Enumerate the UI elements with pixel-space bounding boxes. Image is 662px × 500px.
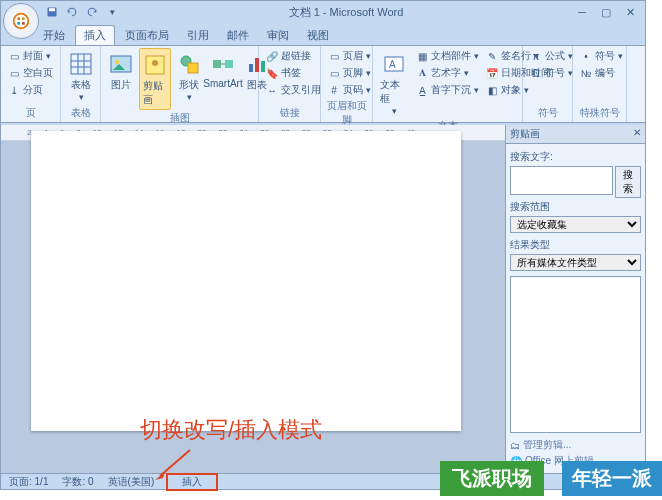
clipart-pane: 剪贴画 ✕ 搜索文字: 搜索 搜索范围 选定收藏集 结果类型 所有媒体文件类型 … (505, 125, 645, 473)
status-language[interactable]: 英语(美国) (104, 475, 159, 489)
tab-insert[interactable]: 插入 (75, 25, 115, 45)
status-page[interactable]: 页面: 1/1 (5, 475, 52, 489)
tab-references[interactable]: 引用 (179, 26, 217, 45)
window-title: 文档 1 - Microsoft Word (121, 5, 571, 20)
status-words[interactable]: 字数: 0 (58, 475, 97, 489)
pane-close-icon[interactable]: ✕ (633, 127, 641, 141)
footer-button[interactable]: ▭页脚▾ (325, 65, 373, 81)
shapes-button[interactable]: 形状▾ (173, 48, 205, 104)
undo-icon[interactable] (63, 3, 81, 21)
svg-rect-19 (213, 60, 221, 68)
wordart-icon: 𝐀 (415, 66, 429, 80)
header-icon: ▭ (327, 49, 341, 63)
object-icon: ◧ (485, 83, 499, 97)
textbox-icon: A (380, 50, 408, 78)
group-headerfooter: ▭页眉▾ ▭页脚▾ #页码▾ 页眉和页脚 (321, 46, 373, 122)
group-pages: ▭封面▾ ▭空白页 ⤓分页 页 (1, 46, 61, 122)
pagenum-icon: # (327, 83, 341, 97)
quick-access-toolbar: ▾ (43, 3, 121, 21)
smartart-button[interactable]: SmartArt (207, 48, 239, 91)
svg-point-1 (15, 15, 28, 28)
ribbon-tabs: 开始 插入 页面布局 引用 邮件 审阅 视图 (1, 23, 645, 45)
svg-text:A: A (389, 59, 396, 70)
dropcap-icon: A̲ (415, 83, 429, 97)
redo-icon[interactable] (83, 3, 101, 21)
svg-rect-8 (71, 54, 91, 74)
statusbar: 页面: 1/1 字数: 0 英语(美国) 插入 (1, 473, 645, 489)
crossref-button[interactable]: ↔交叉引用 (263, 82, 323, 98)
svg-rect-7 (49, 8, 55, 11)
tab-review[interactable]: 审阅 (259, 26, 297, 45)
workspace: 246810121416182022242628303234363840 剪贴画… (1, 125, 645, 473)
equation-button[interactable]: π公式▾ (527, 48, 575, 64)
parts-icon: ▦ (415, 49, 429, 63)
wordart-button[interactable]: 𝐀艺术字▾ (413, 65, 481, 81)
symbol-button[interactable]: Ω符号▾ (527, 65, 575, 81)
bookmark-button[interactable]: 🔖书签 (263, 65, 323, 81)
group-label-special: 特殊符号 (577, 105, 622, 120)
svg-rect-3 (22, 17, 25, 20)
quickparts-button[interactable]: ▦文档部件▾ (413, 48, 481, 64)
group-label-hf: 页眉和页脚 (325, 98, 368, 127)
clipart-icon (141, 51, 169, 79)
bookmark-icon: 🔖 (265, 66, 279, 80)
search-button[interactable]: 搜索 (615, 166, 641, 198)
svg-rect-21 (249, 64, 253, 72)
save-icon[interactable] (43, 3, 61, 21)
search-input[interactable] (510, 166, 613, 195)
page-break-button[interactable]: ⤓分页 (5, 82, 55, 98)
office-button[interactable] (3, 3, 39, 39)
group-tables: 表格▾ 表格 (61, 46, 101, 122)
dropcap-button[interactable]: A̲首字下沉▾ (413, 82, 481, 98)
svg-point-14 (115, 60, 119, 64)
group-label-links: 链接 (263, 105, 316, 120)
special-symbol-button[interactable]: •符号▾ (577, 48, 625, 64)
search-label: 搜索文字: (510, 150, 641, 164)
tab-view[interactable]: 视图 (299, 26, 337, 45)
tab-home[interactable]: 开始 (35, 26, 73, 45)
close-button[interactable]: ✕ (619, 4, 641, 20)
blank-page-button[interactable]: ▭空白页 (5, 65, 55, 81)
crossref-icon: ↔ (265, 83, 279, 97)
type-label: 结果类型 (510, 238, 641, 252)
textbox-button[interactable]: A文本框▾ (377, 48, 411, 118)
pagenum-button[interactable]: #页码▾ (325, 82, 373, 98)
group-label-tables: 表格 (65, 105, 96, 120)
number-icon: № (579, 66, 593, 80)
blank-icon: ▭ (7, 66, 21, 80)
pane-title: 剪贴画 (510, 127, 540, 141)
cover-page-button[interactable]: ▭封面▾ (5, 48, 55, 64)
tab-mailings[interactable]: 邮件 (219, 26, 257, 45)
maximize-button[interactable]: ▢ (595, 4, 617, 20)
tab-pagelayout[interactable]: 页面布局 (117, 26, 177, 45)
sig-icon: ✎ (485, 49, 499, 63)
scope-select[interactable]: 选定收藏集 (510, 216, 641, 233)
group-links: 🔗超链接 🔖书签 ↔交叉引用 链接 (259, 46, 321, 122)
minimize-button[interactable]: ─ (571, 4, 593, 20)
picture-icon (107, 50, 135, 78)
group-label-pages: 页 (5, 105, 56, 120)
picture-button[interactable]: 图片 (105, 48, 137, 94)
group-label-symbols: 符号 (527, 105, 568, 120)
link-icon: 🔗 (265, 49, 279, 63)
group-illustrations: 图片 剪贴画 形状▾ SmartArt 图表 插图 (101, 46, 259, 122)
type-select[interactable]: 所有媒体文件类型 (510, 254, 641, 271)
results-box (510, 276, 641, 433)
header-button[interactable]: ▭页眉▾ (325, 48, 373, 64)
qat-more-icon[interactable]: ▾ (103, 3, 121, 21)
group-text: A文本框▾ ▦文档部件▾ 𝐀艺术字▾ A̲首字下沉▾ ✎签名行▾ 📅日期和时间 … (373, 46, 523, 122)
annotation-arrow-icon (155, 448, 195, 480)
hyperlink-button[interactable]: 🔗超链接 (263, 48, 323, 64)
manage-icon: 🗂 (510, 440, 520, 451)
manage-clips-link[interactable]: 🗂管理剪辑... (510, 437, 641, 453)
clipart-button[interactable]: 剪贴画 (139, 48, 171, 110)
svg-rect-4 (17, 22, 20, 25)
svg-rect-18 (188, 63, 198, 73)
svg-line-26 (160, 450, 190, 476)
number-button[interactable]: №编号 (577, 65, 625, 81)
pane-header: 剪贴画 ✕ (506, 125, 645, 144)
watermark-2: 年轻一派 (562, 461, 662, 496)
table-button[interactable]: 表格▾ (65, 48, 97, 104)
document-page[interactable] (31, 131, 461, 431)
table-icon (67, 50, 95, 78)
